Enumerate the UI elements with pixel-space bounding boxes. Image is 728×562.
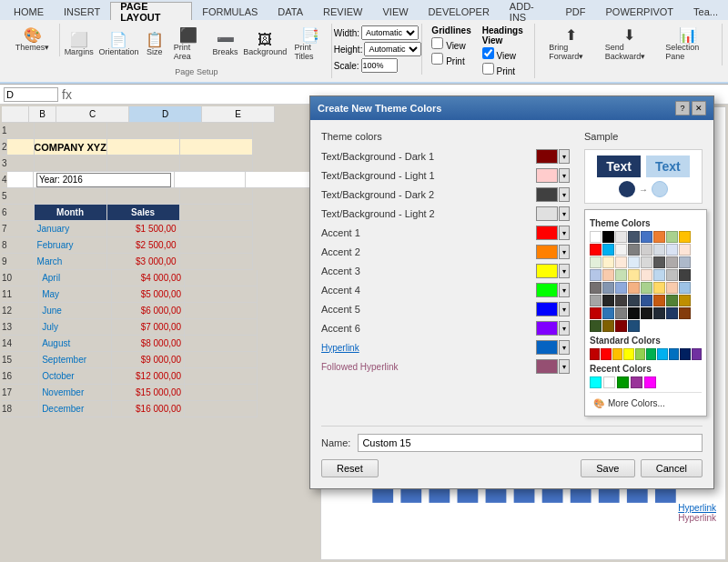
theme-color-cell[interactable] [602, 269, 614, 281]
theme-color-cell[interactable] [666, 269, 678, 281]
tab-home[interactable]: HOME [4, 2, 54, 20]
theme-color-cell[interactable] [666, 295, 678, 306]
background-button[interactable]: 🖼Background [242, 30, 288, 59]
dropdown-arrow-accent4[interactable]: ▾ [559, 283, 570, 297]
tab-powerpivot[interactable]: POWERPIVOT [596, 2, 684, 20]
tab-developer[interactable]: DEVELOPER [419, 2, 500, 20]
dropdown-arrow-hyperlink[interactable]: ▾ [559, 340, 570, 355]
dialog-close-button[interactable]: ✕ [692, 101, 706, 115]
theme-color-cell[interactable] [653, 231, 665, 243]
theme-color-cell[interactable] [641, 269, 652, 281]
theme-color-cell[interactable] [641, 295, 652, 306]
standard-color-cell[interactable] [635, 348, 645, 360]
theme-color-cell[interactable] [602, 231, 614, 243]
standard-color-cell[interactable] [590, 348, 600, 360]
theme-color-cell[interactable] [679, 269, 691, 281]
theme-color-cell[interactable] [602, 295, 614, 306]
theme-color-cell[interactable] [653, 282, 665, 294]
theme-color-cell[interactable] [641, 282, 652, 294]
theme-color-cell[interactable] [615, 320, 627, 332]
height-select[interactable]: Automatic [364, 42, 421, 56]
dropdown-arrow-light2[interactable]: ▾ [559, 206, 570, 221]
theme-color-cell[interactable] [679, 282, 691, 294]
recent-color-cell[interactable] [631, 376, 642, 388]
gridlines-view-checkbox[interactable] [431, 37, 443, 49]
name-box[interactable] [4, 87, 58, 102]
theme-color-cell[interactable] [666, 256, 678, 268]
theme-color-cell[interactable] [653, 244, 665, 256]
theme-color-cell[interactable] [679, 256, 691, 268]
print-titles-button[interactable]: 📑Print Titles [289, 25, 330, 64]
theme-color-cell[interactable] [590, 256, 602, 268]
theme-color-cell[interactable] [590, 320, 602, 332]
theme-color-cell[interactable] [615, 282, 627, 294]
tab-formulas[interactable]: FORMULAS [192, 2, 268, 20]
standard-color-cell[interactable] [646, 348, 656, 360]
reset-button[interactable]: Reset [321, 459, 379, 477]
theme-color-cell[interactable] [615, 269, 627, 281]
theme-color-cell[interactable] [590, 269, 602, 281]
tab-view[interactable]: VIEW [372, 2, 418, 20]
width-select[interactable]: Automatic [361, 25, 419, 40]
theme-color-cell[interactable] [653, 307, 665, 319]
more-colors-button[interactable]: 🎨 More Colors... [590, 396, 702, 411]
theme-color-cell[interactable] [679, 295, 691, 306]
headings-print-checkbox[interactable] [482, 63, 494, 75]
color-picker-accent2[interactable]: ▾ [536, 245, 570, 259]
theme-color-cell[interactable] [679, 244, 691, 256]
gridlines-print-checkbox[interactable] [431, 53, 443, 65]
margins-button[interactable]: ⬜Margins [62, 30, 96, 59]
color-picker-accent5[interactable]: ▾ [536, 302, 570, 316]
theme-color-cell[interactable] [602, 256, 614, 268]
theme-color-cell[interactable] [590, 244, 602, 256]
theme-color-cell[interactable] [615, 231, 627, 243]
theme-color-cell[interactable] [615, 244, 627, 256]
tab-data[interactable]: DATA [268, 2, 313, 20]
theme-color-cell[interactable] [602, 244, 614, 256]
scale-input[interactable] [361, 58, 398, 73]
standard-color-cell[interactable] [612, 348, 622, 360]
color-picker-dark2[interactable]: ▾ [536, 187, 570, 202]
dropdown-arrow-light1[interactable]: ▾ [559, 168, 570, 183]
theme-color-cell[interactable] [679, 307, 691, 319]
dialog-help-button[interactable]: ? [675, 101, 690, 115]
dropdown-arrow-accent5[interactable]: ▾ [559, 302, 570, 316]
standard-color-cell[interactable] [692, 348, 702, 360]
print-area-button[interactable]: ⬛Print Area [169, 25, 208, 64]
theme-color-cell[interactable] [666, 307, 678, 319]
theme-color-cell[interactable] [628, 231, 640, 243]
theme-color-cell[interactable] [628, 244, 640, 256]
size-button[interactable]: 📋Size [142, 30, 167, 59]
standard-color-cell[interactable] [669, 348, 679, 360]
breaks-button[interactable]: ➖Breaks [210, 30, 240, 59]
cancel-button[interactable]: Cancel [641, 459, 703, 477]
theme-color-cell[interactable] [679, 231, 691, 243]
theme-color-cell[interactable] [666, 282, 678, 294]
theme-color-cell[interactable] [653, 269, 665, 281]
standard-color-cell[interactable] [680, 348, 690, 360]
theme-color-cell[interactable] [615, 256, 627, 268]
tab-review[interactable]: REVIEW [313, 2, 372, 20]
standard-color-cell[interactable] [623, 348, 633, 360]
dropdown-arrow-accent2[interactable]: ▾ [559, 245, 570, 259]
theme-color-cell[interactable] [590, 231, 602, 243]
save-button[interactable]: Save [581, 459, 635, 477]
color-picker-accent6[interactable]: ▾ [536, 321, 570, 336]
standard-color-cell[interactable] [657, 348, 667, 360]
year-input[interactable] [36, 173, 171, 187]
theme-color-cell[interactable] [653, 295, 665, 306]
tab-page-layout[interactable]: PAGE LAYOUT [110, 2, 192, 20]
recent-color-cell[interactable] [644, 376, 656, 388]
standard-color-cell[interactable] [601, 348, 611, 360]
selection-pane-button[interactable]: 📊Selection Pane [661, 25, 714, 64]
theme-color-cell[interactable] [641, 256, 652, 268]
theme-color-cell[interactable] [602, 307, 614, 319]
theme-color-cell[interactable] [641, 307, 652, 319]
dropdown-arrow-dark1[interactable]: ▾ [559, 149, 570, 164]
recent-color-cell[interactable] [590, 376, 602, 388]
bring-forward-button[interactable]: ⬆Bring Forward▾ [544, 25, 598, 64]
color-picker-light2[interactable]: ▾ [536, 206, 570, 221]
headings-view-checkbox[interactable] [482, 47, 494, 59]
color-picker-accent3[interactable]: ▾ [536, 264, 570, 278]
dropdown-arrow-accent1[interactable]: ▾ [559, 226, 570, 240]
